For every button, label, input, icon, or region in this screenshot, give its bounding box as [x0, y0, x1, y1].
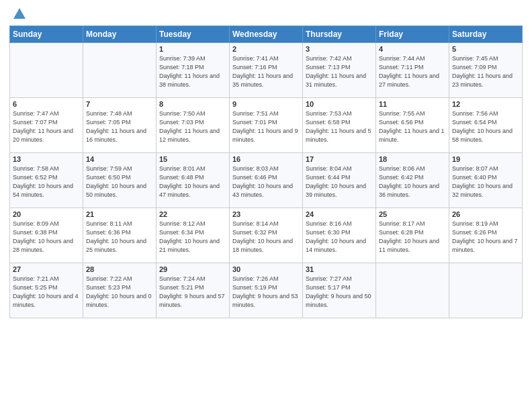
day-info: Sunrise: 7:55 AM Sunset: 6:56 PM Dayligh…	[379, 110, 445, 143]
week-row-3: 13Sunrise: 7:58 AM Sunset: 6:52 PM Dayli…	[10, 153, 523, 208]
calendar-cell: 3Sunrise: 7:42 AM Sunset: 7:13 PM Daylig…	[303, 43, 376, 98]
week-row-1: 1Sunrise: 7:39 AM Sunset: 7:18 PM Daylig…	[10, 43, 523, 98]
day-info: Sunrise: 8:17 AM Sunset: 6:28 PM Dayligh…	[379, 220, 439, 253]
day-info: Sunrise: 8:09 AM Sunset: 6:38 PM Dayligh…	[13, 220, 73, 253]
day-info: Sunrise: 7:56 AM Sunset: 6:54 PM Dayligh…	[452, 110, 513, 143]
day-number: 30	[232, 265, 300, 273]
day-number: 22	[159, 210, 226, 218]
day-number: 8	[159, 100, 226, 108]
calendar-cell: 9Sunrise: 7:51 AM Sunset: 7:01 PM Daylig…	[230, 98, 303, 153]
calendar-cell: 22Sunrise: 8:12 AM Sunset: 6:34 PM Dayli…	[157, 208, 230, 263]
day-info: Sunrise: 7:50 AM Sunset: 7:03 PM Dayligh…	[159, 110, 220, 143]
calendar-cell	[83, 43, 157, 98]
day-number: 24	[306, 210, 373, 218]
calendar-cell: 5Sunrise: 7:45 AM Sunset: 7:09 PM Daylig…	[449, 43, 523, 98]
svg-marker-0	[13, 8, 26, 19]
day-number: 1	[159, 45, 226, 53]
page: SundayMondayTuesdayWednesdayThursdayFrid…	[0, 0, 532, 411]
calendar-cell: 11Sunrise: 7:55 AM Sunset: 6:56 PM Dayli…	[376, 98, 449, 153]
day-info: Sunrise: 7:24 AM Sunset: 5:21 PM Dayligh…	[159, 275, 225, 308]
calendar-cell: 17Sunrise: 8:04 AM Sunset: 6:44 PM Dayli…	[303, 153, 376, 208]
day-info: Sunrise: 7:47 AM Sunset: 7:07 PM Dayligh…	[13, 110, 73, 143]
calendar-cell: 18Sunrise: 8:06 AM Sunset: 6:42 PM Dayli…	[376, 153, 449, 208]
calendar-cell: 28Sunrise: 7:22 AM Sunset: 5:23 PM Dayli…	[83, 263, 157, 318]
day-info: Sunrise: 8:03 AM Sunset: 6:46 PM Dayligh…	[232, 165, 293, 198]
day-info: Sunrise: 7:48 AM Sunset: 7:05 PM Dayligh…	[86, 110, 146, 143]
calendar-cell: 23Sunrise: 8:14 AM Sunset: 6:32 PM Dayli…	[230, 208, 303, 263]
calendar-cell: 25Sunrise: 8:17 AM Sunset: 6:28 PM Dayli…	[376, 208, 449, 263]
calendar-cell: 1Sunrise: 7:39 AM Sunset: 7:18 PM Daylig…	[157, 43, 230, 98]
weekday-header-row: SundayMondayTuesdayWednesdayThursdayFrid…	[10, 26, 523, 43]
day-info: Sunrise: 8:16 AM Sunset: 6:30 PM Dayligh…	[306, 220, 366, 253]
day-number: 9	[232, 100, 300, 108]
day-info: Sunrise: 8:12 AM Sunset: 6:34 PM Dayligh…	[159, 220, 220, 253]
day-number: 6	[13, 100, 80, 108]
calendar-cell: 27Sunrise: 7:21 AM Sunset: 5:25 PM Dayli…	[10, 263, 83, 318]
calendar-cell: 4Sunrise: 7:44 AM Sunset: 7:11 PM Daylig…	[376, 43, 449, 98]
calendar-cell: 2Sunrise: 7:41 AM Sunset: 7:16 PM Daylig…	[230, 43, 303, 98]
calendar-cell	[449, 263, 523, 318]
day-number: 29	[159, 265, 226, 273]
day-info: Sunrise: 7:58 AM Sunset: 6:52 PM Dayligh…	[13, 165, 73, 198]
logo	[9, 7, 28, 21]
day-info: Sunrise: 7:39 AM Sunset: 7:18 PM Dayligh…	[159, 55, 220, 88]
day-info: Sunrise: 8:19 AM Sunset: 6:26 PM Dayligh…	[452, 220, 518, 253]
calendar-cell: 16Sunrise: 8:03 AM Sunset: 6:46 PM Dayli…	[230, 153, 303, 208]
calendar-cell: 29Sunrise: 7:24 AM Sunset: 5:21 PM Dayli…	[157, 263, 230, 318]
day-number: 28	[86, 265, 153, 273]
day-info: Sunrise: 8:06 AM Sunset: 6:42 PM Dayligh…	[379, 165, 439, 198]
day-number: 16	[232, 155, 300, 163]
calendar-cell: 20Sunrise: 8:09 AM Sunset: 6:38 PM Dayli…	[10, 208, 83, 263]
day-info: Sunrise: 8:04 AM Sunset: 6:44 PM Dayligh…	[306, 165, 366, 198]
calendar-cell: 6Sunrise: 7:47 AM Sunset: 7:07 PM Daylig…	[10, 98, 83, 153]
calendar-cell: 24Sunrise: 8:16 AM Sunset: 6:30 PM Dayli…	[303, 208, 376, 263]
day-number: 21	[86, 210, 153, 218]
day-number: 26	[452, 210, 519, 218]
day-number: 12	[452, 100, 519, 108]
calendar-cell: 26Sunrise: 8:19 AM Sunset: 6:26 PM Dayli…	[449, 208, 523, 263]
day-number: 14	[86, 155, 153, 163]
calendar-table: SundayMondayTuesdayWednesdayThursdayFrid…	[9, 26, 523, 318]
day-number: 20	[13, 210, 80, 218]
weekday-header-saturday: Saturday	[449, 26, 523, 43]
calendar-cell: 10Sunrise: 7:53 AM Sunset: 6:58 PM Dayli…	[303, 98, 376, 153]
day-info: Sunrise: 7:51 AM Sunset: 7:01 PM Dayligh…	[232, 110, 298, 143]
weekday-header-tuesday: Tuesday	[157, 26, 230, 43]
day-number: 17	[306, 155, 373, 163]
week-row-2: 6Sunrise: 7:47 AM Sunset: 7:07 PM Daylig…	[10, 98, 523, 153]
day-number: 19	[452, 155, 519, 163]
logo-icon	[12, 7, 27, 21]
calendar-cell: 30Sunrise: 7:26 AM Sunset: 5:19 PM Dayli…	[230, 263, 303, 318]
week-row-5: 27Sunrise: 7:21 AM Sunset: 5:25 PM Dayli…	[10, 263, 523, 318]
calendar-cell: 19Sunrise: 8:07 AM Sunset: 6:40 PM Dayli…	[449, 153, 523, 208]
day-number: 31	[306, 265, 373, 273]
calendar-cell	[10, 43, 83, 98]
calendar-cell: 31Sunrise: 7:27 AM Sunset: 5:17 PM Dayli…	[303, 263, 376, 318]
day-number: 11	[379, 100, 446, 108]
day-info: Sunrise: 7:53 AM Sunset: 6:58 PM Dayligh…	[306, 110, 371, 143]
calendar-cell: 14Sunrise: 7:59 AM Sunset: 6:50 PM Dayli…	[83, 153, 157, 208]
day-number: 27	[13, 265, 80, 273]
day-number: 25	[379, 210, 446, 218]
day-info: Sunrise: 7:59 AM Sunset: 6:50 PM Dayligh…	[86, 165, 146, 198]
day-number: 23	[232, 210, 300, 218]
calendar-cell: 13Sunrise: 7:58 AM Sunset: 6:52 PM Dayli…	[10, 153, 83, 208]
day-info: Sunrise: 7:26 AM Sunset: 5:19 PM Dayligh…	[232, 275, 298, 308]
day-info: Sunrise: 8:01 AM Sunset: 6:48 PM Dayligh…	[159, 165, 220, 198]
day-info: Sunrise: 7:21 AM Sunset: 5:25 PM Dayligh…	[13, 275, 79, 308]
week-row-4: 20Sunrise: 8:09 AM Sunset: 6:38 PM Dayli…	[10, 208, 523, 263]
calendar-cell: 21Sunrise: 8:11 AM Sunset: 6:36 PM Dayli…	[83, 208, 157, 263]
day-info: Sunrise: 7:22 AM Sunset: 5:23 PM Dayligh…	[86, 275, 152, 308]
calendar-cell: 12Sunrise: 7:56 AM Sunset: 6:54 PM Dayli…	[449, 98, 523, 153]
day-number: 15	[159, 155, 226, 163]
day-number: 13	[13, 155, 80, 163]
day-info: Sunrise: 7:41 AM Sunset: 7:16 PM Dayligh…	[232, 55, 293, 88]
day-info: Sunrise: 8:07 AM Sunset: 6:40 PM Dayligh…	[452, 165, 513, 198]
weekday-header-thursday: Thursday	[303, 26, 376, 43]
day-info: Sunrise: 7:42 AM Sunset: 7:13 PM Dayligh…	[306, 55, 366, 88]
weekday-header-friday: Friday	[376, 26, 449, 43]
day-info: Sunrise: 8:14 AM Sunset: 6:32 PM Dayligh…	[232, 220, 293, 253]
weekday-header-sunday: Sunday	[10, 26, 83, 43]
day-info: Sunrise: 8:11 AM Sunset: 6:36 PM Dayligh…	[86, 220, 146, 253]
calendar-cell: 7Sunrise: 7:48 AM Sunset: 7:05 PM Daylig…	[83, 98, 157, 153]
